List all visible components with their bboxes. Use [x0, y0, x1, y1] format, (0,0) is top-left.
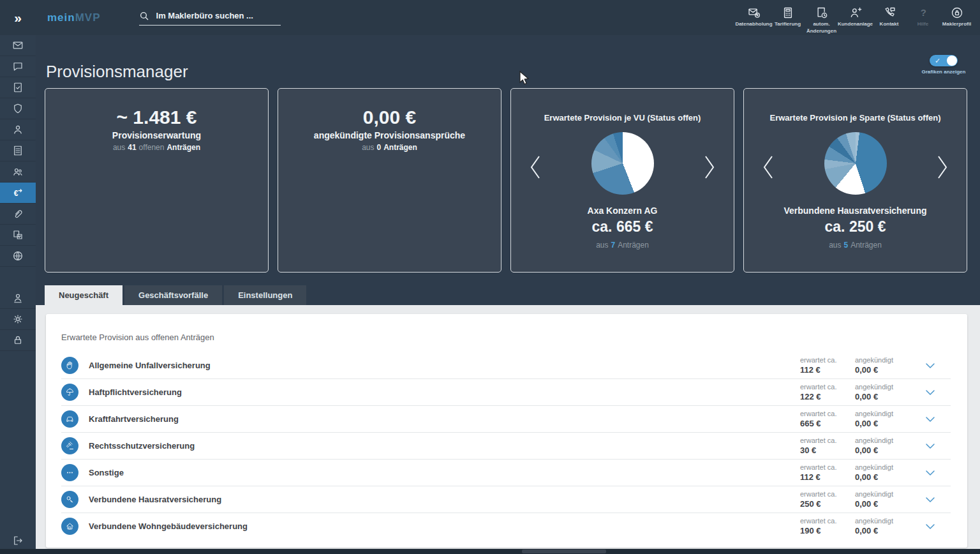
carousel-next-button[interactable]	[935, 154, 950, 181]
note-tail: Anträgen	[618, 241, 649, 250]
announced-value: 0,00 €	[855, 526, 910, 535]
tab-content-area: Erwartete Provision aus offenen Anträgen…	[36, 305, 980, 554]
sidebar-item-mail[interactable]	[0, 35, 36, 56]
carousel-next-button[interactable]	[702, 154, 717, 181]
sidebar-collapse-button[interactable]: »	[0, 0, 36, 35]
table-row[interactable]: Haftpflichtversicherungerwartet ca.122 €…	[61, 378, 951, 405]
sidebar-item-provisionsmanager[interactable]: €	[0, 183, 36, 204]
topbar-action-datenabholung[interactable]: Datenabholung	[737, 1, 771, 27]
sidebar-item-anhaenge[interactable]	[0, 204, 36, 225]
sidebar-item-dokumente[interactable]	[0, 140, 36, 161]
note-count: 7	[611, 241, 615, 250]
logo-text-mein: mein	[47, 11, 75, 24]
row-label: Verbundene Wohngebäudeversicherung	[89, 521, 248, 531]
expected-value: 112 €	[800, 472, 855, 482]
note-tail: Anträgen	[850, 241, 882, 250]
sidebar-item-aufgaben[interactable]	[0, 225, 36, 246]
search-icon	[139, 11, 149, 21]
tab-einstellungen[interactable]: Einstellungen	[224, 285, 306, 305]
topbar-action-maklerprofil[interactable]: Maklerprofil	[940, 1, 974, 27]
sidebar-item-benutzer[interactable]	[0, 288, 36, 309]
ellipsis-icon	[61, 464, 78, 481]
scrollbar-thumb[interactable]	[522, 550, 606, 553]
expand-row-button[interactable]	[910, 360, 951, 371]
sidebar-item-vertraege[interactable]	[0, 98, 36, 119]
expected-label: erwartet ca.	[800, 463, 855, 471]
topbar-action-tarifierung[interactable]: Tarifierung	[771, 1, 805, 27]
table-row[interactable]: Verbundene Hausratversicherungerwartet c…	[61, 486, 951, 513]
document-check-icon	[12, 82, 24, 93]
grafiken-toggle[interactable]: ✓	[930, 55, 958, 66]
topbar-action-kontakt[interactable]: Kontakt	[872, 1, 906, 27]
note-pre: aus	[596, 241, 608, 250]
table-row[interactable]: Kraftfahrtversicherungerwartet ca.665 €a…	[61, 405, 951, 432]
tab-label: Neugeschäft	[59, 290, 108, 300]
announced-value: 0,00 €	[855, 472, 910, 482]
announced-stat: angekündigt0,00 €	[855, 463, 910, 482]
toggle-knob	[947, 56, 957, 66]
card-provision-je-vu: Erwartete Provision je VU (Status offen)…	[510, 88, 734, 273]
summary-cards: ~ 1.481 € Provisionserwartung aus 41 off…	[45, 88, 967, 273]
topbar-action-label: Kontakt	[880, 21, 899, 27]
row-label: Verbundene Hausratversicherung	[89, 495, 221, 504]
table-row[interactable]: Rechtsschutzversicherungerwartet ca.30 €…	[61, 432, 951, 459]
chart-highlight-name: Verbundene Hausratversicherung	[744, 206, 967, 216]
person-icon	[12, 124, 24, 135]
expand-row-button[interactable]	[910, 494, 951, 505]
expand-row-button[interactable]	[910, 414, 951, 425]
row-label: Sonstige	[89, 468, 124, 477]
expected-value: 665 €	[800, 419, 855, 428]
table-row[interactable]: Sonstigeerwartet ca.112 €angekündigt0,00…	[61, 459, 951, 486]
table-row[interactable]: Allgemeine Unfallversicherungerwartet ca…	[61, 352, 951, 378]
chevron-down-icon	[924, 387, 936, 398]
search-input[interactable]	[155, 10, 281, 21]
chart-highlight-name: Axa Konzern AG	[511, 206, 734, 216]
expand-row-button[interactable]	[910, 440, 951, 452]
chevron-down-icon	[924, 440, 936, 452]
neugeschaeft-panel: Erwartete Provision aus offenen Anträgen…	[46, 314, 967, 548]
row-stats: erwartet ca.30 €angekündigt0,00 €	[800, 437, 951, 455]
sidebar-item-kunden[interactable]	[0, 119, 36, 140]
mail-icon	[12, 40, 24, 51]
announced-value: 0,00 €	[855, 445, 910, 455]
sidebar-item-document-check[interactable]	[0, 77, 36, 98]
announced-stat: angekündigt0,00 €	[855, 437, 910, 455]
expected-label: erwartet ca.	[800, 437, 855, 444]
horizontal-scrollbar[interactable]	[0, 549, 980, 554]
expected-stat: erwartet ca.250 €	[800, 490, 855, 509]
expected-label: erwartet ca.	[800, 490, 855, 498]
chart-note: aus 5 Anträgen	[744, 241, 967, 250]
sidebar-nav: €	[0, 35, 36, 554]
sidebar-item-sicherheit[interactable]	[0, 330, 36, 351]
expected-label: erwartet ca.	[800, 383, 855, 391]
sidebar-item-einstellungen[interactable]	[0, 309, 36, 330]
expected-value: 190 €	[800, 526, 855, 535]
sidebar-item-chat[interactable]	[0, 56, 36, 77]
expected-stat: erwartet ca.190 €	[800, 517, 855, 535]
tab-gesch-ftsvorf-lle[interactable]: Geschäftsvorfälle	[124, 285, 222, 305]
announced-stat: angekündigt0,00 €	[855, 356, 910, 375]
check-icon: ✓	[935, 56, 940, 65]
phone-message-icon	[883, 6, 896, 19]
sidebar-item-web[interactable]	[0, 246, 36, 267]
expected-label: erwartet ca.	[800, 410, 855, 417]
chart-note: aus 7 Anträgen	[511, 241, 734, 250]
carousel-prev-button[interactable]	[528, 154, 543, 181]
expected-stat: erwartet ca.122 €	[800, 383, 855, 401]
row-label: Rechtsschutzversicherung	[89, 441, 195, 451]
topbar-action-autom-aenderungen[interactable]: autom. Änderungen	[805, 1, 838, 34]
chat-icon	[12, 61, 24, 72]
carousel-prev-button[interactable]	[761, 154, 776, 181]
tab-neugesch-ft[interactable]: Neugeschäft	[45, 285, 122, 305]
topbar-action-kundenanlage[interactable]: Kundenanlage	[838, 1, 872, 27]
table-row[interactable]: Verbundene Wohngebäudeversicherungerwart…	[61, 513, 951, 539]
expand-row-button[interactable]	[910, 521, 951, 532]
expand-row-button[interactable]	[910, 387, 951, 398]
person-add-icon	[849, 6, 862, 19]
topbar-action-hilfe[interactable]: ?Hilfe	[906, 1, 940, 27]
chevron-down-icon	[924, 467, 936, 479]
expand-row-button[interactable]	[910, 467, 951, 479]
sidebar-item-gruppen[interactable]	[0, 161, 36, 183]
announced-stat: angekündigt0,00 €	[855, 517, 910, 535]
row-stats: erwartet ca.112 €angekündigt0,00 €	[800, 463, 951, 482]
